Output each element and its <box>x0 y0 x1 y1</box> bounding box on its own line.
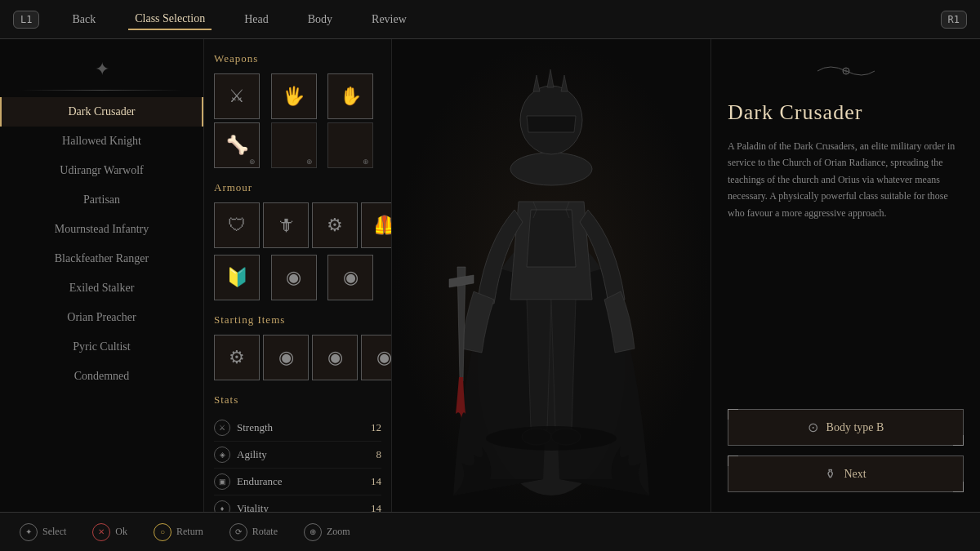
strength-value: 12 <box>365 421 381 434</box>
nav-back[interactable]: Back <box>65 10 102 29</box>
weapon-slot-5-indicator: ⊕ <box>306 158 313 166</box>
weapon-slot-5[interactable]: ⊕ <box>271 122 317 168</box>
status-zoom: ⊕ Zoom <box>304 523 350 541</box>
class-item-condemned[interactable]: Condemned <box>0 362 203 391</box>
armour-slot-6[interactable]: ◉ <box>271 255 317 300</box>
weapon-slot-6[interactable]: ⊕ <box>327 122 373 168</box>
weapon-icon-3: ✋ <box>340 86 362 107</box>
rotate-label: Rotate <box>252 526 278 538</box>
armour-icon-1: 🛡 <box>228 215 246 236</box>
vitality-label: Vitality <box>237 502 365 512</box>
weapon-icon-1: ⚔ <box>229 86 245 107</box>
armour-grid-row1: 🛡 🗡 ⚙ 🦺 <box>214 202 381 248</box>
armour-icon-6: ◉ <box>286 267 301 288</box>
armour-grid-row2: 🔰 ◉ ◉ <box>214 255 381 300</box>
starting-item-2[interactable]: ◉ <box>263 335 309 380</box>
info-ornament-top <box>728 59 964 87</box>
svg-point-5 <box>486 426 617 451</box>
armour-icon-3: ⚙ <box>327 215 343 236</box>
class-item-udirangr-warwolf[interactable]: Udirangr Warwolf <box>0 156 203 185</box>
stat-row-endurance: ▣ Endurance 14 <box>214 469 381 495</box>
weapon-slot-4-indicator: ⊕ <box>249 158 256 166</box>
weapons-grid: ⚔ 🖐 ✋ 🦴 ⊕ ⊕ ⊕ <box>214 73 381 168</box>
class-item-orian-preacher[interactable]: Orian Preacher <box>0 303 203 332</box>
weapon-slot-1[interactable]: ⚔ <box>214 73 260 119</box>
top-navigation: L1 Back Class Selection Head Body Review… <box>0 0 980 39</box>
vitality-value: 14 <box>365 502 381 512</box>
strength-icon: ⚔ <box>214 420 230 436</box>
r1-badge: R1 <box>941 11 967 29</box>
class-item-dark-crusader[interactable]: Dark Crusader <box>0 97 203 127</box>
armour-slot-5[interactable]: 🔰 <box>214 255 260 300</box>
armour-slot-2[interactable]: 🗡 <box>263 202 309 248</box>
character-silhouette <box>412 39 690 512</box>
class-item-hallowed-knight[interactable]: Hallowed Knight <box>0 127 203 156</box>
select-btn-icon: ✦ <box>20 523 38 541</box>
next-icon: ⚱ <box>825 466 835 482</box>
nav-body[interactable]: Body <box>301 10 339 29</box>
return-btn-icon: ○ <box>154 523 172 541</box>
stat-row-strength: ⚔ Strength 12 <box>214 415 381 442</box>
class-description-text: A Paladin of the Dark Crusaders, an elit… <box>728 138 964 409</box>
agility-value: 8 <box>365 448 381 461</box>
stats-section-title: Stats <box>214 393 381 407</box>
status-bar: ✦ Select ✕ Ok ○ Return ⟳ Rotate ⊕ Zoom <box>0 512 980 551</box>
nav-head[interactable]: Head <box>238 10 275 29</box>
body-type-label: Body type B <box>826 421 884 434</box>
rotate-btn-icon: ⟳ <box>229 523 247 541</box>
nav-class-selection[interactable]: Class Selection <box>128 9 212 30</box>
status-rotate: ⟳ Rotate <box>229 523 278 541</box>
class-item-exiled-stalker[interactable]: Exiled Stalker <box>0 273 203 303</box>
weapon-icon-4: 🦴 <box>226 135 248 156</box>
agility-label: Agility <box>237 448 365 461</box>
ok-label: Ok <box>115 526 127 538</box>
weapons-section-title: Weapons <box>214 52 381 65</box>
starting-icon-3: ◉ <box>327 347 343 368</box>
body-type-button[interactable]: ⊙ Body type B <box>728 409 964 446</box>
weapon-slot-6-indicator: ⊕ <box>363 158 369 166</box>
action-buttons: ⊙ Body type B ⚱ Next <box>728 409 964 492</box>
weapon-slot-3[interactable]: ✋ <box>327 73 373 119</box>
nav-review[interactable]: Review <box>365 10 413 29</box>
class-name-heading: Dark Crusader <box>728 100 964 125</box>
armour-slot-7[interactable]: ◉ <box>327 255 373 300</box>
armour-section-title: Armour <box>214 181 381 194</box>
strength-label: Strength <box>237 421 365 434</box>
class-item-partisan[interactable]: Partisan <box>0 185 203 215</box>
zoom-label: Zoom <box>327 526 350 538</box>
starting-item-1[interactable]: ⚙ <box>214 335 260 380</box>
stat-row-agility: ◈ Agility 8 <box>214 442 381 469</box>
endurance-label: Endurance <box>237 475 365 488</box>
status-select: ✦ Select <box>20 523 66 541</box>
armour-icon-7: ◉ <box>343 267 359 288</box>
status-return: ○ Return <box>154 523 203 541</box>
armour-slot-1[interactable]: 🛡 <box>214 202 260 248</box>
return-label: Return <box>176 526 203 538</box>
class-list-sidebar: ✦ Dark Crusader Hallowed Knight Udirangr… <box>0 39 204 512</box>
info-panel: Dark Crusader A Paladin of the Dark Crus… <box>710 39 980 512</box>
armour-icon-5: 🔰 <box>226 267 248 288</box>
status-ok: ✕ Ok <box>92 523 127 541</box>
class-item-pyric-cultist[interactable]: Pyric Cultist <box>0 332 203 362</box>
select-label: Select <box>42 526 66 538</box>
stat-row-vitality: ♦ Vitality 14 <box>214 495 381 512</box>
weapon-slot-2[interactable]: 🖐 <box>271 73 317 119</box>
starting-icon-4: ◉ <box>376 347 392 368</box>
armour-slot-3[interactable]: ⚙ <box>312 202 358 248</box>
starting-icon-1: ⚙ <box>229 347 245 368</box>
armour-slot-4[interactable]: 🦺 <box>361 202 392 248</box>
armour-icon-4: 🦺 <box>373 215 393 236</box>
sidebar-top-ornament: ✦ <box>95 59 109 80</box>
svg-point-1 <box>510 153 592 185</box>
class-item-blackfeather-ranger[interactable]: Blackfeather Ranger <box>0 244 203 273</box>
zoom-btn-icon: ⊕ <box>304 523 322 541</box>
starting-item-4[interactable]: ◉ <box>361 335 392 380</box>
class-item-mournstead-infantry[interactable]: Mournstead Infantry <box>0 215 203 244</box>
endurance-icon: ▣ <box>214 473 230 490</box>
starting-items-title: Starting Items <box>214 313 381 327</box>
weapon-slot-4[interactable]: 🦴 ⊕ <box>214 122 260 168</box>
starting-item-3[interactable]: ◉ <box>312 335 358 380</box>
armour-icon-2: 🗡 <box>277 215 295 236</box>
main-content: Weapons ⚔ 🖐 ✋ 🦴 ⊕ ⊕ ⊕ Armour <box>204 39 980 512</box>
next-button[interactable]: ⚱ Next <box>728 455 964 492</box>
